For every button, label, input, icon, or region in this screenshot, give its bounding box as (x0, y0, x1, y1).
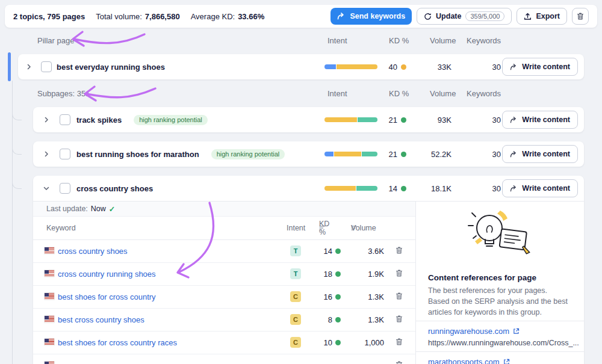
trash-icon[interactable] (395, 315, 403, 323)
column-header-volume: Volume (430, 36, 456, 45)
volume-value: 33K (409, 54, 452, 79)
keyword-strategy-page: 2 topics, 795 pages Total volume: 7,866,… (0, 0, 602, 364)
pillar-row[interactable]: best everyday running shoes 40 33K 30 Wr… (18, 54, 584, 79)
keyword-row: cross country shoes T 14 3.6K (33, 239, 415, 263)
column-header-intent: Intent (327, 36, 347, 45)
content-references-panel: Content references for page The best ref… (415, 202, 584, 364)
delete-button[interactable] (572, 8, 589, 25)
average-kd-label: Average KD: (191, 12, 235, 21)
trash-icon[interactable] (395, 269, 403, 277)
keyword-row-partial (33, 354, 415, 364)
volume-value: 3.6K (342, 239, 384, 262)
pillar-section-label: Pillar page (37, 36, 74, 45)
keywords-count: 30 (471, 141, 501, 167)
subpage-row[interactable]: track spikes high ranking potential 21 9… (33, 107, 584, 132)
row-checkbox[interactable] (41, 61, 52, 72)
toolbar: 2 topics, 795 pages Total volume: 7,866,… (5, 5, 597, 28)
pillar-page-title[interactable]: best everyday running shoes (57, 63, 165, 72)
row-checkbox[interactable] (60, 149, 70, 159)
write-content-button[interactable]: Write content (502, 179, 578, 197)
us-flag-icon (45, 270, 54, 277)
reference-link[interactable]: runningwarehouse.com (428, 325, 520, 336)
subpage-title[interactable]: best running shoes for marathon (76, 150, 199, 159)
keyword-link[interactable]: best cross country shoes (58, 308, 144, 331)
refresh-icon (424, 13, 432, 20)
write-content-button[interactable]: Write content (502, 58, 578, 76)
reference-link[interactable]: marathonsports.com (428, 356, 510, 364)
chevron-right-icon[interactable] (39, 150, 54, 158)
kd-value: 8 (328, 315, 332, 324)
kd-dot (335, 271, 341, 277)
column-header-intent: Intent (327, 89, 347, 98)
update-quota-badge: 359/5,000 (465, 11, 504, 21)
subpage-title[interactable]: cross country shoes (76, 184, 153, 193)
keyword-link[interactable]: cross country shoes (58, 239, 128, 262)
subpage-row-expanded: cross country shoes 14 18.1K 30 Write co… (33, 176, 584, 364)
lightbulb-illustration (464, 208, 535, 267)
divider (416, 321, 585, 321)
references-title: Content references for page (428, 273, 536, 282)
column-header-volume: Volume (430, 89, 456, 98)
kd-value: 16 (324, 292, 332, 301)
keyword-row: best cross country shoes C 8 1.3K (33, 308, 415, 332)
column-header-keywords: Keywords (467, 89, 501, 98)
total-volume-label: Total volume: (96, 12, 142, 21)
row-checkbox[interactable] (60, 114, 70, 125)
send-keywords-button[interactable]: Send keywords (330, 8, 412, 25)
intent-badge: T (290, 268, 301, 279)
keywords-count: 30 (471, 54, 501, 79)
subpage-row[interactable]: cross country shoes (33, 176, 584, 202)
reference-url[interactable]: https://www.runningwarehouse.com/Cross_.… (428, 339, 580, 347)
subpage-title[interactable]: track spikes (76, 116, 122, 125)
volume-value: 1.3K (342, 308, 384, 331)
kd-value: 21 (389, 116, 397, 125)
keyword-row: best shoes for cross country races C 10 … (33, 331, 415, 354)
keyword-link[interactable]: best shoes for cross country (58, 285, 156, 308)
send-arrow-icon (337, 13, 346, 20)
kd-dot (401, 186, 406, 191)
volume-value: 1.9K (342, 262, 384, 285)
average-kd-value: 33.66% (238, 12, 264, 21)
chevron-down-icon[interactable] (39, 185, 54, 192)
header-kd[interactable]: KD % (319, 217, 326, 239)
kd-value: 14 (324, 247, 332, 256)
kd-dot (401, 152, 406, 157)
keyword-link[interactable]: best shoes for cross country races (58, 331, 177, 354)
kd-dot (335, 248, 341, 254)
keywords-count: 30 (471, 176, 501, 201)
external-link-icon (503, 359, 510, 364)
trash-icon[interactable] (395, 338, 403, 346)
write-content-button[interactable]: Write content (502, 111, 578, 129)
subpage-row[interactable]: best running shoes for marathon high ran… (33, 141, 584, 167)
kd-value: 10 (324, 338, 332, 347)
keywords-count: 30 (471, 107, 501, 132)
annotation-arrow-pillar (74, 34, 144, 43)
trash-icon[interactable] (395, 246, 403, 254)
intent-badge: C (290, 314, 301, 325)
total-volume-value: 7,866,580 (145, 12, 180, 21)
us-flag-icon (45, 339, 54, 345)
row-checkbox[interactable] (60, 183, 70, 194)
intent-bar (324, 117, 377, 122)
kd-dot (335, 294, 341, 300)
trash-icon (576, 12, 585, 20)
topics-pages-summary: 2 topics, 795 pages (13, 12, 85, 21)
chevron-right-icon[interactable] (22, 63, 36, 70)
intent-badge: C (290, 337, 301, 348)
kd-dot (401, 117, 406, 123)
kd-dot (335, 317, 341, 322)
kd-dot (401, 64, 406, 70)
chevron-right-icon[interactable] (39, 116, 54, 123)
volume-value: 1.3K (342, 285, 384, 308)
external-link-icon (513, 328, 520, 335)
kd-value: 14 (389, 184, 397, 193)
update-button[interactable]: Update 359/5,000 (417, 8, 512, 25)
column-header-kd: KD % (389, 36, 409, 45)
write-arrow-icon (510, 117, 518, 123)
trash-icon[interactable] (395, 360, 403, 364)
trash-icon[interactable] (395, 292, 403, 300)
write-content-button[interactable]: Write content (502, 145, 578, 163)
keyword-link[interactable]: cross country running shoes (58, 262, 156, 285)
header-volume[interactable]: Volume (351, 217, 358, 239)
export-button[interactable]: Export (517, 8, 567, 25)
